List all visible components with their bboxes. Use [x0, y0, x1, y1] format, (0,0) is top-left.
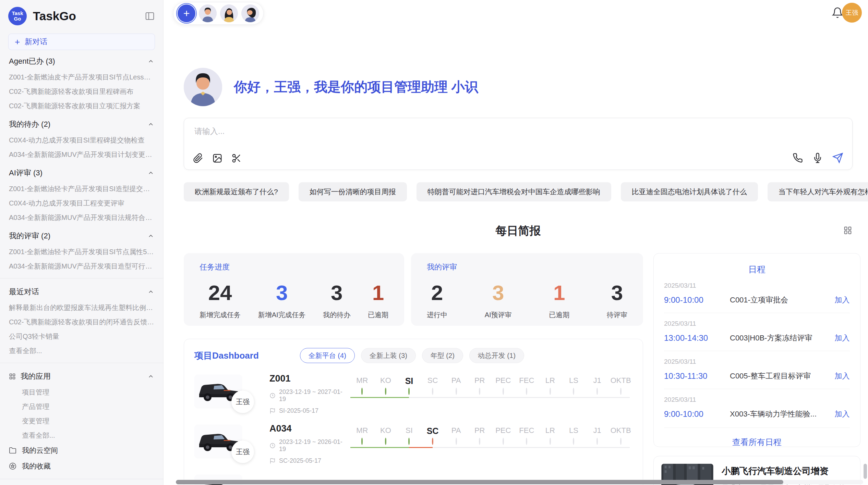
vertical-scrollbar-thumb[interactable] [864, 464, 867, 479]
entry-title: C001-立项审批会 [730, 295, 831, 305]
sidebar-item[interactable]: C02-飞腾新能源轻客改款项目的闭环通告反馈情况 [0, 315, 163, 329]
milestone-dot [596, 388, 598, 395]
sidebar-item-favorites[interactable]: 我的收藏 [0, 458, 163, 474]
card-title: 我的评审 [427, 262, 627, 272]
suggestion-chip[interactable]: 比亚迪全固态电池计划具体说了什么 [621, 182, 758, 201]
logo-text-line2: Go [14, 16, 21, 22]
chat-input[interactable] [194, 126, 843, 136]
entry-date: 2025/03/11 [664, 320, 850, 327]
clock-icon [269, 443, 276, 449]
join-link[interactable]: 加入 [835, 371, 850, 381]
join-link[interactable]: 加入 [835, 409, 850, 419]
project-dashboard-card: 项目Dashboard 全新平台 (4) 全新上装 (3) 年型 (2) 动总开… [184, 339, 643, 485]
join-link[interactable]: 加入 [835, 295, 850, 305]
new-chat-button[interactable]: + 新对话 [8, 34, 155, 50]
sidebar-item[interactable]: A034-全新新能源MUV产品开发项目计划变更表编写 [0, 147, 163, 162]
milestone-dot-overdue [432, 438, 433, 445]
paperclip-icon[interactable] [193, 153, 203, 163]
milestone-dot [479, 438, 480, 445]
sidebar-item[interactable]: Z001-全新燃油皮卡产品开发项目SI节点Lesson Learn报告 [0, 70, 163, 84]
section-header-agent-done[interactable]: Agent已办 (3) [0, 53, 163, 70]
project-row-a034[interactable]: 王强 A034 2023-12-19 ~ 2026-01-19 SC-2025-… [194, 425, 632, 463]
milestone-dot-done [385, 438, 386, 445]
milestone-dot [550, 438, 551, 445]
project-owner-badge: 王强 [231, 390, 254, 413]
plus-icon: + [15, 37, 20, 46]
sidebar-item[interactable]: C02-飞腾新能源轻客改款项目立项汇报方案 [0, 99, 163, 113]
app-item-product-mgmt[interactable]: 产品管理 [0, 399, 163, 414]
logo-row: Task Go TaskGo [0, 5, 163, 27]
chevron-up-icon [147, 288, 154, 295]
sidebar-item[interactable]: C0X4-动力总成开发项目工程变更评审 [0, 196, 163, 210]
section-header-my-review[interactable]: 我的评审 (2) [0, 227, 163, 245]
section-label: 我的待办 (2) [9, 119, 50, 129]
entry-title: X003-车辆动力学性能验... [730, 409, 831, 419]
image-icon[interactable] [212, 153, 222, 163]
suggestion-chip[interactable]: 特朗普可能对进口汽车增税会对中国车企造成哪些影响 [417, 182, 611, 201]
project-flag: SI-2025-05-17 [279, 407, 318, 414]
my-review-card: 我的评审 2 进行中 3 AI预评审 [411, 253, 643, 326]
milestone-dot [503, 388, 504, 395]
divider [0, 363, 163, 363]
sidebar-item[interactable]: Z001-全新燃油轻卡产品开发项目SI造型提交物评审 [0, 182, 163, 196]
chevron-up-icon [147, 233, 154, 239]
schedule-entry: 2025/03/11 13:00-14:30 C003|H0B-方案冻结评审 加… [664, 313, 850, 351]
horizontal-scrollbar[interactable] [176, 480, 863, 484]
entry-date: 2025/03/11 [664, 282, 850, 289]
flag-icon [269, 408, 276, 414]
sidebar-item[interactable]: C02-飞腾新能源轻客改款项目里程碑画布 [0, 84, 163, 99]
milestone-dot [526, 388, 527, 395]
microphone-icon[interactable] [812, 153, 823, 163]
sidebar-item[interactable]: C0X4-动力总成开发项目SI里程碑提交物检查 [0, 133, 163, 147]
milestone-dot-current [408, 388, 410, 395]
tab-model-year[interactable]: 年型 (2) [422, 348, 463, 363]
sidebar-item[interactable]: 公司Q3轻卡销量 [0, 329, 163, 344]
project-row-z001[interactable]: 王强 Z001 2023-12-19 ~ 2027-01-19 SI-2025-… [194, 375, 632, 413]
project-owner-badge: 王强 [231, 440, 254, 463]
project-dates: 2023-12-19 ~ 2027-01-19 [279, 388, 348, 403]
milestone-dot [456, 438, 457, 445]
schedule-entry: 2025/03/11 9:00-10:00 C001-立项审批会 加入 [664, 275, 850, 313]
tab-new-platform[interactable]: 全新平台 (4) [300, 348, 355, 363]
view-all-schedule-link[interactable]: 查看所有日程 [664, 427, 850, 448]
sidebar-item[interactable]: A034-全新新能源MUV产品开发项目造型可行性评审 [0, 259, 163, 273]
project-dates: 2023-12-19 ~ 2026-01-19 [279, 438, 348, 453]
horizontal-scrollbar-thumb[interactable] [176, 480, 783, 484]
sidebar-item[interactable]: 解释最新出台的欧盟报废车法规再生塑料比例被调至15%... [0, 300, 163, 315]
milestone-dot-done [361, 388, 363, 395]
tab-powertrain[interactable]: 动总开发 (1) [469, 348, 524, 363]
view-all-chats[interactable]: 查看全部... [0, 344, 163, 358]
phone-icon[interactable] [793, 153, 803, 163]
sidebar: Task Go TaskGo + 新对话 Agent已办 (3) Z001-全新… [0, 0, 164, 485]
project-code: Z001 [269, 373, 348, 384]
send-icon[interactable] [832, 152, 843, 163]
entry-time: 13:00-14:30 [664, 333, 730, 343]
section-header-my-todo[interactable]: 我的待办 (2) [0, 116, 163, 133]
suggestion-chip[interactable]: 如何写一份清晰的项目周报 [299, 182, 407, 201]
join-link[interactable]: 加入 [835, 333, 850, 343]
logo-text-line1: Task [12, 11, 23, 16]
milestone-dot [550, 388, 551, 395]
chevron-up-icon [147, 170, 154, 176]
section-header-ai-review[interactable]: AI评审 (3) [0, 164, 163, 182]
app-item-change-mgmt[interactable]: 变更管理 [0, 414, 163, 428]
taskgo-window: Task Go TaskGo + 新对话 Agent已办 (3) Z001-全新… [0, 0, 868, 485]
section-header-my-apps[interactable]: 我的应用 [0, 368, 163, 385]
layout-grid-icon[interactable] [843, 225, 853, 236]
section-header-recent-chats[interactable]: 最近对话 [0, 283, 163, 300]
sidebar-item[interactable]: A034-全新新能源MUV产品开发项目法规符合性评审 [0, 210, 163, 225]
main-area: + 王强 你好，王强，我是你的项目管理助理 小识 [164, 0, 868, 485]
sidebar-item[interactable]: Z001-全新燃油轻卡产品开发项目SI节点属性5D文件评审 [0, 245, 163, 259]
scissors-icon[interactable] [231, 153, 242, 163]
suggestion-chip[interactable]: 当下年轻人对汽车外观有怎样的喜好趋势 [768, 182, 868, 201]
collapse-sidebar-icon[interactable] [145, 11, 155, 21]
tab-new-body[interactable]: 全新上装 (3) [361, 348, 416, 363]
entry-date: 2025/03/11 [664, 358, 850, 365]
suggestion-chip[interactable]: 欧洲新规最近颁布了什么? [184, 182, 289, 201]
schedule-entry: 2025/03/11 10:30-11:30 C005-整车工程目标评审 加入 [664, 351, 850, 389]
sidebar-item-cloud-space[interactable]: 我的云空间 [0, 443, 163, 458]
view-all-apps[interactable]: 查看全部... [0, 428, 163, 443]
milestone-dot-done [361, 438, 363, 445]
stat-new-completed: 24 新增完成任务 [200, 281, 241, 320]
app-item-project-mgmt[interactable]: 项目管理 [0, 385, 163, 399]
